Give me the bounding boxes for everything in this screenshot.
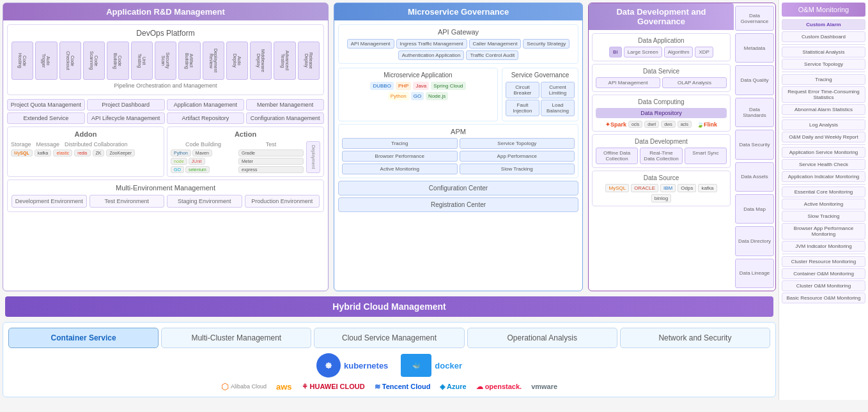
om-essential-core[interactable]: Essential Core Monitoring: [782, 187, 865, 197]
binlog-logo: binlog: [651, 194, 671, 202]
om-slow-tracking[interactable]: Slow Tracking: [782, 211, 865, 222]
odps-logo: Odps: [678, 184, 696, 192]
algorithm-pill: Algorithm: [664, 47, 694, 57]
alibaba-cloud-logo: ⬡ Alibaba Cloud: [221, 381, 267, 392]
circuit-breaker: Circuit Breaker: [506, 82, 539, 98]
active-monitoring: Active Monitoring: [342, 164, 458, 174]
pipeline-item-auto-trigger: AutoTrigger: [35, 42, 57, 80]
om-app-service[interactable]: Application Service Monitoring: [782, 147, 865, 158]
data-application-box: Data Application BI Large Screen Algorit…: [592, 33, 731, 61]
traffic-control: Traffic Control Audit: [466, 50, 518, 60]
data-dev-content: Data Development and Governance Data App…: [589, 3, 734, 291]
selenium-logo: selenium: [185, 166, 210, 173]
data-service-row: API Management OLAP Analysis: [596, 77, 727, 88]
app-rd-header: Application R&D Management: [3, 3, 328, 20]
data-dev-inner: Data Application BI Large Screen Algorit…: [589, 30, 734, 210]
browser-perf: Browser Performance: [342, 151, 458, 162]
api-gateway-box: API Gateway API Management Ingress Traff…: [338, 24, 578, 64]
offline-collection: Offline Data Collection: [596, 148, 638, 164]
mysql-ds-logo: MySQL: [605, 184, 629, 192]
ocls-logo: ocls: [628, 121, 642, 128]
fault-lb-row: Fault Injection Load Balancing: [506, 100, 575, 116]
huawei-logo: ⚘ HUAWEI CLOUD: [302, 383, 365, 391]
computing-logos: ✦Spark ocls dwrl dws acls 🍃Flink: [596, 121, 727, 128]
tab-network-security[interactable]: Network and Security: [620, 328, 770, 348]
openstack-logo: ☁ openstack.: [476, 383, 522, 391]
prod-env: Production Environment: [245, 195, 320, 208]
om-cluster-resource[interactable]: Cluster Resource Monitoring: [782, 256, 865, 267]
apm-grid: Tracing Service Topology Browser Perform…: [342, 138, 575, 174]
bottom-tabs: Container Service Multi-Cluster Manageme…: [8, 328, 770, 348]
om-daily-report[interactable]: O&M Daily and Weekly Report: [782, 132, 865, 142]
code-building-col: Code Building Python Maven node JUnit: [171, 141, 236, 173]
config-center: Configuration Center: [338, 181, 578, 195]
data-computing-box: Data Computing Data Repository ✦Spark oc…: [592, 95, 731, 132]
tab-cloud-service[interactable]: Cloud Service Management: [314, 328, 464, 348]
devops-title: DevOps Platform: [12, 29, 320, 38]
auth-app: Authentication Application: [398, 50, 465, 60]
action-title: Action: [171, 130, 320, 138]
tab-container-service[interactable]: Container Service: [8, 328, 159, 348]
om-custom-dashboard[interactable]: Custom Dashboard: [782, 31, 865, 42]
om-basic-resource[interactable]: Basic Resource O&M Monitoring: [782, 293, 865, 303]
dws-logo: dws: [661, 121, 675, 128]
olap-analysis: OLAP Analysis: [662, 77, 727, 88]
om-app-indicator[interactable]: Application Indicator Monitoring: [782, 171, 865, 182]
om-divider-4: [782, 144, 865, 145]
multi-env-title: Multi-Environment Management: [12, 184, 320, 192]
data-computing-title: Data Computing: [596, 98, 727, 105]
om-tracing[interactable]: Tracing: [782, 74, 865, 85]
cloud-logos-row: ⬡ Alibaba Cloud aws ⚘ HUAWEI CLOUD ≋ Ten…: [8, 381, 770, 392]
om-cluster-om[interactable]: Cluster O&M Monitoring: [782, 280, 865, 291]
test-env: Test Environment: [89, 195, 165, 208]
bi-pill: BI: [609, 47, 622, 57]
php-logo: PHP: [396, 82, 411, 90]
dg-security: Data Security: [735, 130, 774, 159]
om-service-topology[interactable]: Service Topology: [782, 59, 865, 70]
flink-logo: 🍃Flink: [697, 121, 717, 128]
tab-operational[interactable]: Operational Analysis: [467, 328, 617, 348]
ingress-traffic: Ingress Traffic Management: [396, 39, 467, 49]
om-divider-2: [782, 72, 865, 72]
om-container[interactable]: Container O&M Monitoring: [782, 268, 865, 279]
om-statistical[interactable]: Statistical Analysis: [782, 47, 865, 57]
dubbo-logo: DUBBO: [370, 82, 393, 90]
python-logo-micro: Python: [388, 92, 409, 100]
om-divider-1: [782, 44, 865, 45]
pipeline-item-code-scanning: CodeScanning: [83, 42, 105, 80]
data-app-row: BI Large Screen Algorithm XDP: [596, 47, 727, 57]
node-action-logo: node: [171, 158, 187, 165]
kubernetes-logo: ⎈ kubernetes: [316, 353, 388, 378]
om-jvm[interactable]: JVM Indicator Monitoring: [782, 241, 865, 252]
realtime-collection: Real-Time Data Collection: [640, 148, 682, 164]
data-dev-title: Data Development and Governance: [616, 7, 706, 26]
om-active-monitoring[interactable]: Active Monitoring: [782, 199, 865, 210]
addon-action-row: Addon Storage Message Distributed Collab…: [7, 126, 324, 177]
om-health-check[interactable]: Service Health Check: [782, 159, 865, 170]
aws-logo: aws: [276, 382, 292, 392]
data-service-title: Data Service: [596, 68, 727, 75]
main-container: Application R&D Management DevOps Platfo…: [0, 0, 868, 400]
tab-multi-cluster[interactable]: Multi-Cluster Management: [161, 328, 311, 348]
fault-injection: Fault Injection: [506, 100, 539, 116]
extra-logos: ZooKeeper: [106, 149, 135, 156]
pipeline-item-middleware: MiddlewareDeploy: [250, 42, 272, 80]
xdp-pill: XDP: [695, 47, 713, 57]
data-source-title: Data Source: [596, 174, 727, 181]
api-lifecycle: API Lifecycle Management: [87, 112, 165, 124]
pipeline-row: CodeHosting AutoTrigger CodeCheckout Cod…: [12, 42, 320, 80]
om-abnormal-alarm[interactable]: Abnormal Alarm Statistics: [782, 104, 865, 115]
api-mgmt: API Management: [347, 39, 394, 49]
om-request-error[interactable]: Request Error Time-Consuming Statistics: [782, 86, 865, 103]
env-row: Development Environment Test Environment…: [12, 195, 320, 208]
express-logo: express: [238, 166, 304, 173]
spring-cloud-logo: Spring Cloud: [431, 82, 465, 90]
test-col: Test Gradle Meter express: [238, 141, 304, 173]
om-log-analysis[interactable]: Log Analysis: [782, 119, 865, 130]
dwrl-logo: dwrl: [644, 121, 659, 128]
om-browser-app[interactable]: Browser App Performance Monitoring: [782, 223, 865, 240]
om-custom-alarm[interactable]: Custom Alarm: [782, 19, 865, 30]
api-gw-items: API Management Ingress Traffic Managemen…: [342, 39, 575, 60]
caller-mgmt: Caller Management: [469, 39, 522, 49]
dev-env: Development Environment: [12, 195, 87, 208]
